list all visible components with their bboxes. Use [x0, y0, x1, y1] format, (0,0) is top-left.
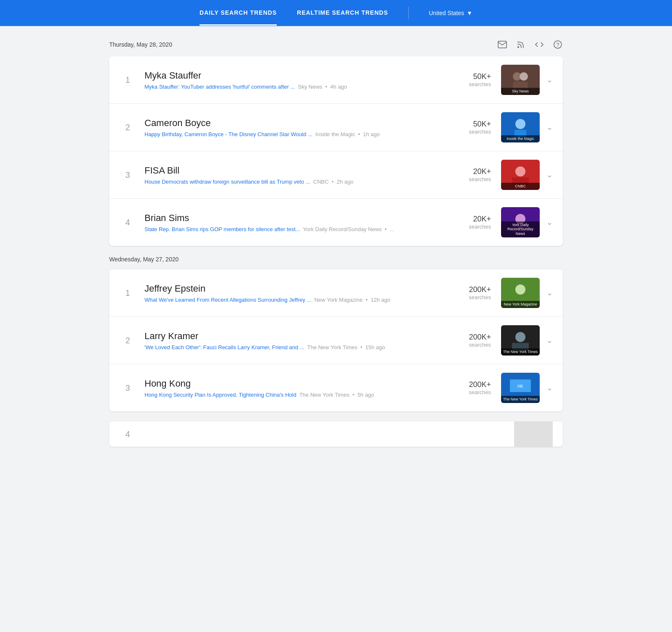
email-icon[interactable] — [497, 40, 507, 50]
rss-icon[interactable] — [516, 40, 526, 50]
chevron-icon-1[interactable]: ⌄ — [546, 75, 553, 84]
chevron-icon-3[interactable]: ⌄ — [546, 170, 553, 179]
help-icon[interactable]: ? — [553, 40, 563, 50]
count-s2-2: 200K+ — [469, 333, 491, 342]
trend-info-s2-2: Larry Kramer 'We Loved Each Other': Fauc… — [136, 331, 453, 350]
trend-row[interactable]: 1 Myka Stauffer Myka Stauffer: YouTuber … — [109, 56, 563, 104]
article-link-s2-2[interactable]: 'We Loved Each Other': Fauci Recalls Lar… — [144, 344, 304, 350]
source-s2-1: New York Magazine — [315, 297, 363, 303]
trend-row[interactable]: 2 Cameron Boyce Happy Birthday, Cameron … — [109, 104, 563, 151]
article-link-4[interactable]: State Rep. Brian Sims rips GOP members f… — [144, 226, 300, 232]
trend-title-s2-1: Jeffrey Epstein — [144, 283, 445, 294]
rank-s2-1: 1 — [119, 288, 136, 298]
tab-daily[interactable]: DAILY SEARCH TRENDS — [200, 1, 277, 26]
article-link-s2-1[interactable]: What We've Learned From Recent Allegatio… — [144, 297, 311, 303]
thumbnail-2: Inside the Magic — [501, 112, 540, 142]
svg-text:HK: HK — [517, 384, 523, 389]
region-arrow-icon: ▼ — [467, 10, 472, 16]
trend-title-s2-2: Larry Kramer — [144, 331, 445, 342]
rank-s2-3: 3 — [119, 383, 136, 393]
thumbnail-s2-1: New York Magazine — [501, 278, 540, 308]
article-link-2[interactable]: Happy Birthday, Cameron Boyce - The Disn… — [144, 131, 312, 137]
svg-point-13 — [515, 284, 525, 295]
time-3: 2h ago — [337, 179, 354, 185]
searches-label-s2-3: searches — [469, 389, 491, 395]
time-s2-1: 12h ago — [370, 297, 390, 303]
thumb-label-s2-3: The New York Times — [501, 396, 540, 403]
trend-article-s2-2: 'We Loved Each Other': Fauci Recalls Lar… — [144, 344, 445, 350]
trend-article-4: State Rep. Brian Sims rips GOP members f… — [144, 226, 445, 232]
chevron-icon-s2-1[interactable]: ⌄ — [546, 288, 553, 298]
tab-realtime[interactable]: REALTIME SEARCH TRENDS — [297, 1, 388, 26]
trend-info-s2-1: Jeffrey Epstein What We've Learned From … — [136, 283, 453, 303]
trend-row[interactable]: 3 FISA Bill House Democrats withdraw for… — [109, 151, 563, 199]
header-divider — [408, 7, 409, 19]
header: DAILY SEARCH TRENDS REALTIME SEARCH TREN… — [0, 0, 672, 26]
trend-title-s2-3: Hong Kong — [144, 378, 445, 389]
trend-article-2: Happy Birthday, Cameron Boyce - The Disn… — [144, 131, 445, 137]
chevron-icon-4[interactable]: ⌄ — [546, 218, 553, 227]
section-1-date: Thursday, May 28, 2020 — [109, 41, 172, 48]
trend-article-s2-3: Hong Kong Security Plan Is Approved, Tig… — [144, 392, 445, 398]
trend-searches-1: 50K+ searches — [453, 72, 491, 87]
trend-searches-s2-1: 200K+ searches — [453, 285, 491, 300]
region-label: United States — [429, 10, 464, 16]
trend-row[interactable]: 1 Jeffrey Epstein What We've Learned Fro… — [109, 269, 563, 317]
svg-point-5 — [520, 72, 528, 81]
section-2-partial-card: 4 — [109, 421, 563, 447]
trend-info-2: Cameron Boyce Happy Birthday, Cameron Bo… — [136, 118, 453, 137]
count-2: 50K+ — [473, 120, 491, 129]
rank-partial: 4 — [119, 429, 136, 439]
section-2-date: Wednesday, May 27, 2020 — [109, 256, 563, 263]
searches-label-s2-1: searches — [469, 294, 491, 300]
source-s2-3: The New York Times — [299, 392, 349, 398]
count-4: 20K+ — [473, 215, 491, 224]
article-link-s2-3[interactable]: Hong Kong Security Plan Is Approved, Tig… — [144, 392, 297, 398]
trend-searches-s2-3: 200K+ searches — [453, 380, 491, 395]
trend-row[interactable]: 4 Brian Sims State Rep. Brian Sims rips … — [109, 199, 563, 246]
time-s2-2: 15h ago — [365, 344, 385, 350]
count-1: 50K+ — [473, 72, 491, 81]
time-1: 4h ago — [330, 84, 347, 90]
trend-info-4: Brian Sims State Rep. Brian Sims rips GO… — [136, 213, 453, 232]
article-link-3[interactable]: House Democrats withdraw foreign surveil… — [144, 179, 310, 185]
trend-title-4: Brian Sims — [144, 213, 445, 224]
thumbnail-3: CNBC — [501, 160, 540, 190]
thumb-label-s2-1: New York Magazine — [501, 301, 540, 308]
trend-searches-2: 50K+ searches — [453, 120, 491, 135]
thumb-label-4: York Daily Record/Sunday News — [501, 221, 540, 237]
time-4: ... — [390, 226, 394, 232]
section-1-header: Thursday, May 28, 2020 — [109, 40, 563, 50]
count-s2-1: 200K+ — [469, 285, 491, 294]
trend-row-partial[interactable]: 4 — [109, 421, 563, 447]
rank-1: 1 — [119, 75, 136, 85]
source-3: CNBC — [313, 179, 329, 185]
time-2: 1h ago — [363, 131, 380, 137]
searches-label-2: searches — [469, 129, 491, 135]
svg-point-1 — [517, 46, 519, 48]
searches-label-s2-2: searches — [469, 342, 491, 348]
trend-article-s2-1: What We've Learned From Recent Allegatio… — [144, 297, 445, 303]
svg-rect-0 — [498, 41, 507, 48]
trend-title-3: FISA Bill — [144, 165, 445, 176]
chevron-icon-s2-2[interactable]: ⌄ — [546, 336, 553, 345]
chevron-icon-2[interactable]: ⌄ — [546, 123, 553, 132]
trend-info-1: Myka Stauffer Myka Stauffer: YouTuber ad… — [136, 70, 453, 90]
thumb-label-2: Inside the Magic — [501, 135, 540, 142]
region-selector[interactable]: United States ▼ — [429, 10, 472, 16]
count-3: 20K+ — [473, 167, 491, 176]
svg-text:?: ? — [556, 42, 559, 48]
trend-row[interactable]: 2 Larry Kramer 'We Loved Each Other': Fa… — [109, 317, 563, 364]
time-s2-3: 5h ago — [357, 392, 374, 398]
source-4: York Daily Record/Sunday News — [303, 226, 381, 232]
trend-title-2: Cameron Boyce — [144, 118, 445, 129]
source-1: Sky News — [298, 84, 323, 90]
article-link-1[interactable]: Myka Stauffer: YouTuber addresses 'hurtf… — [144, 84, 295, 90]
trend-row[interactable]: 3 Hong Kong Hong Kong Security Plan Is A… — [109, 364, 563, 411]
chevron-icon-s2-3[interactable]: ⌄ — [546, 383, 553, 392]
thumbnail-partial — [514, 421, 553, 447]
thumbnail-s2-2: The New York Times — [501, 325, 540, 356]
embed-icon[interactable] — [534, 40, 544, 50]
trend-searches-3: 20K+ searches — [453, 167, 491, 182]
trend-article-3: House Democrats withdraw foreign surveil… — [144, 179, 445, 185]
